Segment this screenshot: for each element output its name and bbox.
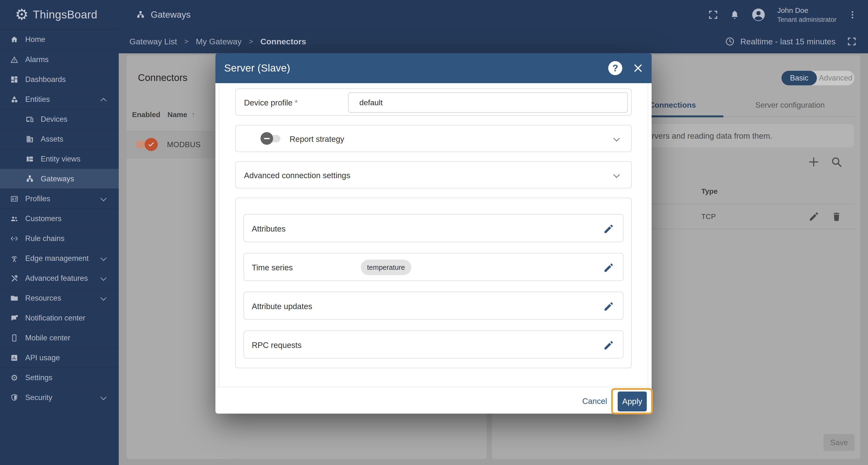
save-button[interactable]: Save (824, 434, 855, 451)
tab-connections[interactable]: Connections (648, 100, 697, 110)
time-series-label: Time series (252, 263, 293, 272)
breadcrumb-gateway-list[interactable]: Gateway List (129, 37, 177, 46)
sidebar-item-entity-views[interactable]: Entity views (0, 149, 119, 169)
close-icon[interactable] (633, 63, 643, 74)
edit-pencil-icon[interactable] (603, 262, 614, 273)
breadcrumb-separator: > (249, 37, 253, 46)
report-strategy-section[interactable]: Report strategy (235, 125, 632, 152)
sidebar-item-rule-chains[interactable]: Rule chains (0, 228, 119, 248)
sidebar-item-label: Resources (25, 294, 61, 302)
top-header: Gateways John Doe Tenant administrator (119, 0, 868, 30)
column-header-name[interactable]: Name (167, 111, 187, 119)
connection-type-cell: TCP (701, 212, 716, 221)
device-profile-label: Device profile * (244, 98, 298, 108)
help-icon[interactable]: ? (608, 61, 622, 75)
sidebar-item-label: Security (25, 393, 52, 402)
time-series-row: Time series temperature (244, 253, 623, 281)
sidebar-item-home[interactable]: Home (0, 30, 119, 50)
search-icon[interactable] (830, 155, 843, 169)
sidebar-item-entities[interactable]: Entities (0, 89, 119, 109)
breadcrumb-connectors: Connectors (260, 37, 306, 46)
cancel-button[interactable]: Cancel (578, 396, 612, 407)
edit-pencil-icon[interactable] (603, 301, 614, 312)
user-name: John Doe (777, 6, 837, 14)
fullscreen-icon[interactable] (708, 9, 718, 20)
add-connection-icon[interactable] (807, 155, 820, 169)
sidebar-item-api-usage[interactable]: API usage (0, 348, 119, 368)
form-right-border (648, 83, 648, 387)
sidebar-item-label: Customers (25, 214, 62, 223)
sidebar-item-notification-center[interactable]: Notification center (0, 308, 119, 328)
sidebar-item-alarms[interactable]: Alarms (0, 50, 119, 69)
attribute-updates-label: Attribute updates (252, 302, 312, 311)
user-info[interactable]: John Doe Tenant administrator (777, 6, 837, 24)
server-slave-dialog: Server (Slave) ? Device profile * defaul… (215, 53, 652, 414)
edge-antenna-icon (10, 254, 19, 263)
resources-folder-icon (10, 294, 19, 303)
device-profile-value: default (360, 98, 383, 107)
thingsboard-logo[interactable]: ⚙ ThingsBoard (0, 0, 119, 30)
apply-button[interactable]: Apply (618, 391, 647, 411)
chevron-up-icon (100, 98, 106, 104)
tab-server-configuration[interactable]: Server configuration (749, 100, 831, 110)
column-header-enabled[interactable]: Enabled (132, 111, 160, 119)
sidebar-item-mobile-center[interactable]: Mobile center (0, 328, 119, 348)
attributes-label: Attributes (252, 224, 285, 233)
time-series-chip: temperature (361, 260, 411, 275)
connector-name-cell: MODBUS (167, 140, 200, 149)
notification-message-icon (10, 314, 19, 323)
dashboard-toolbar: Gateway List > My Gateway > Connectors R… (119, 30, 868, 53)
sidebar-item-resources[interactable]: Resources (0, 288, 119, 308)
sidebar-item-label: Alarms (25, 55, 49, 64)
profiles-badge-icon (10, 194, 19, 203)
mode-advanced-button[interactable]: Advanced (817, 71, 855, 85)
sidebar-item-settings[interactable]: ⚙ Settings (0, 368, 119, 387)
mode-basic-button[interactable]: Basic (781, 71, 817, 85)
required-asterisk: * (294, 98, 298, 107)
api-usage-chart-icon (10, 353, 19, 362)
thingsboard-logo-icon: ⚙ (15, 7, 29, 22)
more-vertical-icon[interactable] (848, 10, 857, 20)
breadcrumb-my-gateway[interactable]: My Gateway (196, 37, 242, 46)
rpc-requests-row: RPC requests (244, 330, 623, 358)
sidebar-item-label: Gateways (41, 175, 74, 183)
device-profile-field-group: Device profile * default (235, 88, 632, 116)
edit-pencil-icon[interactable] (603, 340, 614, 351)
footer-divider (215, 387, 652, 387)
chevron-down-icon (100, 255, 106, 261)
rpc-requests-label: RPC requests (252, 341, 302, 350)
timewindow-button[interactable]: Realtime - last 15 minutes (725, 36, 857, 47)
sidebar-item-label: Mobile center (25, 333, 70, 342)
sidebar-item-profiles[interactable]: Profiles (0, 188, 119, 208)
delete-trash-icon[interactable] (831, 211, 842, 222)
chevron-down-icon[interactable] (613, 135, 620, 142)
sidebar-nav: Home Alarms Dashboards Entities Devices (0, 30, 119, 407)
toggle-thumb-minus-icon (260, 132, 273, 145)
device-profile-input[interactable]: default (348, 92, 628, 113)
sort-ascending-icon[interactable]: ↑ (192, 111, 195, 118)
sidebar-item-security[interactable]: Security (0, 387, 119, 407)
edit-pencil-icon[interactable] (808, 211, 819, 222)
chevron-down-icon (100, 195, 106, 201)
sidebar-item-edge-management[interactable]: Edge management (0, 248, 119, 268)
gateways-lan-icon (25, 174, 34, 183)
sidebar-item-label: Edge management (25, 254, 89, 263)
user-avatar[interactable] (751, 7, 766, 22)
dialog-title: Server (Slave) (224, 62, 290, 74)
sidebar-item-gateways[interactable]: Gateways (0, 169, 119, 188)
sidebar-item-advanced-features[interactable]: Advanced features (0, 268, 119, 288)
sidebar-item-devices[interactable]: Devices (0, 109, 119, 129)
sidebar-item-label: Entities (25, 95, 50, 104)
chevron-down-icon[interactable] (613, 171, 620, 178)
edit-pencil-icon[interactable] (603, 223, 614, 234)
sidebar-item-assets[interactable]: Assets (0, 129, 119, 149)
sidebar-item-dashboards[interactable]: Dashboards (0, 69, 119, 89)
breadcrumb: Gateway List > My Gateway > Connectors (129, 37, 306, 46)
sidebar-item-customers[interactable]: Customers (0, 208, 119, 228)
fullscreen-icon[interactable] (847, 36, 857, 47)
report-strategy-toggle[interactable] (260, 132, 283, 145)
notifications-bell-icon[interactable] (730, 10, 740, 20)
attributes-row: Attributes (244, 214, 623, 242)
advanced-connection-section[interactable]: Advanced connection settings (235, 161, 632, 188)
toggle-check-thumb[interactable] (145, 138, 158, 151)
